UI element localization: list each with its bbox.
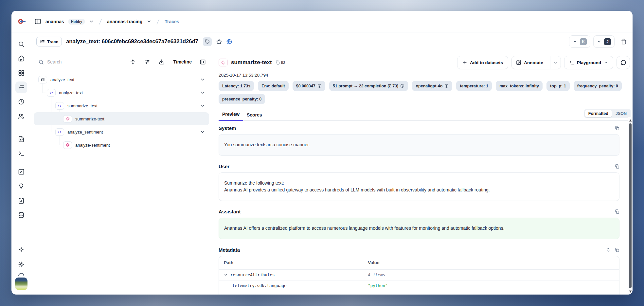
chevron-down-icon[interactable] [200,103,205,108]
add-to-datasets-button[interactable]: Add to datasets [457,56,508,69]
copy-icon[interactable] [615,126,619,131]
presence-penalty-badge: presence_penalty: 0 [219,94,265,104]
user-message-line: Anannas AI provides a unified gateway to… [224,187,614,194]
tree-node-generation[interactable]: analyze-sentiment [31,138,212,152]
scrollbar-thumb[interactable] [629,123,632,288]
scroll-down-arrow-icon[interactable] [628,289,633,294]
settings-gear-icon[interactable] [15,259,27,270]
copy-icon[interactable] [615,164,619,169]
env-badge: Env: default [258,81,289,91]
id-label: ID [281,60,285,65]
detail-tabs: Preview Scores Formatted JSON [219,109,633,121]
add-to-datasets-label: Add to datasets [470,60,503,65]
sidebar-toggle-icon[interactable] [34,18,41,25]
sessions-clock-icon[interactable] [15,96,27,108]
datasets-database-icon[interactable] [15,209,27,221]
cost-badge[interactable]: $0.000347 [293,81,325,91]
download-icon[interactable] [159,59,165,65]
breadcrumb-page-traces[interactable]: Traces [165,19,179,24]
trace-title: analyze_text: 606c0febc692ce34ec67a7e632… [66,38,198,45]
tree-node-label: analyze_text [59,90,83,95]
observation-detail-panel: summarize-text ID Add to datasets [212,51,633,295]
annotate-dropdown-chevron[interactable] [550,56,561,69]
globe-icon[interactable] [226,39,232,45]
user-avatar[interactable] [15,278,27,290]
max-tokens-badge: max_tokens: Infinity [496,81,543,91]
kbd-j: J [604,38,611,45]
annotate-button-group: Annotate [511,56,561,69]
tree-node-generation-selected[interactable]: summarize-text [34,112,209,125]
format-option-json[interactable]: JSON [612,110,630,117]
timeline-toggle[interactable]: Timeline [173,59,192,64]
breadcrumb-workspace[interactable]: anannas [45,19,64,24]
metadata-value: 4 items [363,272,619,277]
tree-search-input[interactable] [47,59,96,64]
breadcrumb-separator [156,18,160,25]
copy-id-button[interactable]: ID [275,60,285,65]
collapse-panel-icon[interactable] [200,59,206,65]
evals-percent-icon[interactable] [15,166,27,178]
trace-type-badge[interactable]: Trace [36,37,62,46]
prompts-file-icon[interactable] [15,133,27,145]
chevron-down-icon[interactable] [200,129,205,135]
sparkles-icon[interactable] [15,244,27,256]
tree-node-trace[interactable]: analyze_text [31,73,212,86]
nav-rail [11,32,31,295]
search-icon[interactable] [15,38,27,50]
workspace-chevron-down-icon[interactable] [89,19,94,24]
tab-scores[interactable]: Scores [243,110,266,120]
copy-icon[interactable] [615,209,619,214]
collapse-observations-icon[interactable] [130,59,136,65]
chevron-down-icon[interactable] [200,77,205,82]
tab-preview[interactable]: Preview [219,109,243,121]
comments-button[interactable] [617,56,630,69]
tree-node-span[interactable]: summarize_text [31,99,212,112]
copy-icon[interactable] [615,247,619,252]
playground-button[interactable]: Playground [564,56,613,69]
tree-node-label: analyze-sentiment [75,143,110,148]
metadata-section-title: Metadata [219,247,240,253]
annotate-button[interactable]: Annotate [512,56,547,69]
tree-node-label: summarize-text [75,117,104,121]
vertical-scrollbar[interactable] [628,117,633,295]
chevron-down-icon[interactable] [224,273,228,277]
metadata-path: resourceAttributes [230,272,275,277]
format-option-formatted[interactable]: Formatted [585,110,612,117]
tree-node-label: analyze_sentiment [67,130,103,135]
observation-timestamp: 2025-10-17 13:53:28.794 [219,73,633,78]
next-trace-button[interactable]: J [593,35,615,48]
user-message-line: Summarize the following text: [224,180,614,187]
star-icon[interactable] [216,39,222,45]
home-icon[interactable] [15,53,27,64]
list-tree-icon [40,39,45,44]
scroll-up-arrow-icon[interactable] [628,118,633,123]
prev-trace-button[interactable]: K [569,35,590,48]
users-icon[interactable] [15,110,27,122]
metadata-group-row[interactable]: resourceAttributes 4 items [219,269,619,280]
arrow-left-right-icon [58,130,62,134]
top-p-badge: top_p: 1 [546,81,570,91]
lightbulb-icon[interactable] [15,180,27,192]
breadcrumb-project[interactable]: anannas-tracing [107,19,142,24]
expand-rows-icon[interactable] [606,247,611,252]
tokens-badge[interactable]: 51 prompt → 22 completion (Σ 73) [329,81,408,91]
metadata-row: telemetry.sdk.language "python" [219,280,619,291]
trace-tree-panel: Timeline [31,51,212,295]
project-chevron-down-icon[interactable] [147,19,152,24]
info-circle-icon [317,84,322,88]
plus-circle-icon [444,84,449,88]
tracing-tree-icon[interactable] [15,81,27,93]
app-logo[interactable] [11,19,32,24]
tag-icon[interactable] [203,37,212,46]
delete-trace-button[interactable] [617,35,630,48]
annotation-clipboard-icon[interactable] [15,195,27,207]
playground-terminal-icon[interactable] [15,148,27,159]
tree-settings-sliders-icon[interactable] [144,59,150,65]
chevron-down-icon[interactable] [200,90,205,95]
plan-badge: Hobby [68,19,85,25]
tree-node-span[interactable]: analyze_text [31,86,212,99]
dashboard-grid-icon[interactable] [15,67,27,79]
chevron-down-icon [597,39,601,44]
tree-node-span[interactable]: analyze_sentiment [31,125,212,138]
model-badge[interactable]: openai/gpt-4o [412,81,452,91]
